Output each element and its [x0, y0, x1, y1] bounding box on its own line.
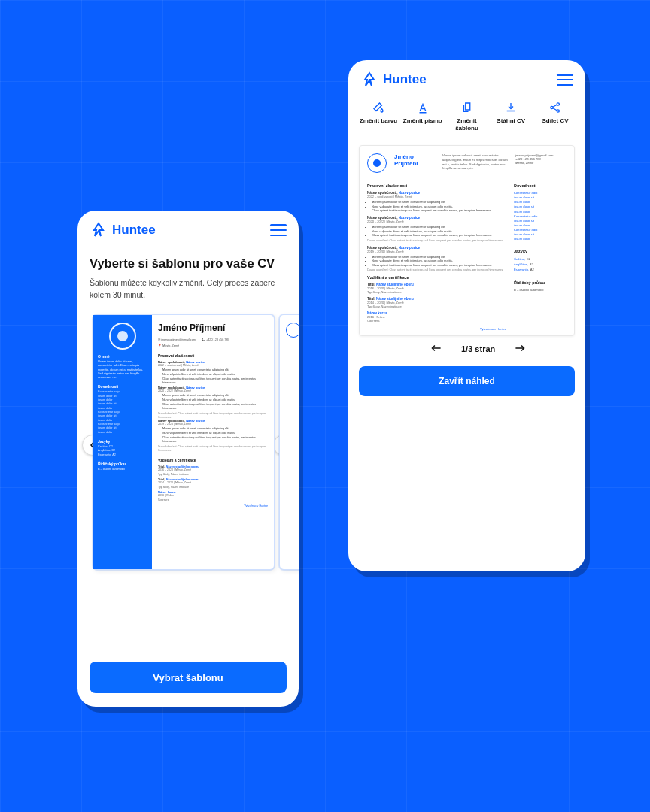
- phone-template-select: Huntee Vyberte si šablonu pro vaše CV Ša…: [77, 211, 299, 707]
- cv-signature: Vytvořeno v Huntee: [158, 504, 268, 508]
- skills-heading: Dovednosti: [98, 384, 147, 389]
- toolbar: Změnit barvu Změnit písmo Změnit šablonu…: [348, 96, 585, 139]
- phone-preview: Huntee Změnit barvu Změnit písmo Změnit …: [348, 60, 585, 571]
- pager-label: 1/3 stran: [461, 344, 495, 353]
- brand-text: Huntee: [383, 72, 427, 87]
- svg-point-0: [551, 106, 553, 108]
- work-heading: Pracovní zkušenosti: [158, 353, 268, 358]
- brand: Huntee: [360, 71, 427, 89]
- cv-location: 📍 Město, Země: [158, 344, 268, 347]
- work-list: Název společnosti, Název pozice2022 – so…: [158, 360, 268, 452]
- template-carousel: Jméno Příjmení O mně Vorem ipsum dolor s…: [77, 314, 299, 577]
- svg-point-1: [557, 103, 559, 105]
- cv-summary: Vorem ipsum dolor sit amet, consectetur …: [442, 153, 508, 173]
- skills-heading: Dovednosti: [514, 183, 566, 188]
- download-button[interactable]: Stáhni CV: [491, 101, 530, 132]
- languages-heading: Jazyky: [514, 249, 566, 253]
- change-color-button[interactable]: Změnit barvu: [359, 101, 398, 132]
- cv-signature: Vytvořeno v Huntee: [367, 327, 506, 331]
- brand: Huntee: [90, 221, 156, 239]
- edu-list: Titul, Název studijního oboru2016 – 2020…: [158, 465, 268, 489]
- avatar-icon: [109, 323, 136, 350]
- hamburger-menu-icon[interactable]: [270, 224, 287, 236]
- logo-icon: [360, 71, 378, 89]
- page-title: Vyberte si šablonu pro vaše CV: [90, 256, 287, 271]
- change-template-button[interactable]: Změnit šablonu: [448, 101, 487, 132]
- change-font-button[interactable]: Změnit písmo: [403, 101, 442, 132]
- template-card[interactable]: O mně Vorem ipsum dolor sit amet, consec…: [93, 314, 275, 570]
- avatar-icon: [367, 153, 387, 173]
- select-template-button[interactable]: Vybrat šablonu: [90, 662, 287, 693]
- cv-contact: ✉ jmeno.prijmeni@gmail.com 📞 +420 123 45…: [158, 338, 268, 341]
- pager-prev[interactable]: [431, 344, 442, 354]
- hamburger-menu-icon[interactable]: [557, 74, 573, 86]
- licence-text: B – osobní automobil: [98, 468, 147, 471]
- cv-contact: jmena.prijmeni@gmail.com +420 123 456 78…: [515, 153, 566, 173]
- pager-next[interactable]: [515, 344, 525, 354]
- about-text: Vorem ipsum dolor sit amet, consectetur …: [98, 360, 147, 380]
- brand-text: Huntee: [112, 223, 156, 238]
- logo-icon: [90, 221, 108, 239]
- edu-list: Titul, Název studijního oboru2016 – 2020…: [367, 283, 506, 308]
- cv-name: Jméno Příjmení: [158, 323, 268, 333]
- languages-heading: Jazyky: [98, 439, 147, 444]
- template-card-peek[interactable]: Jméno Příjmení: [279, 314, 299, 570]
- licence-text: B – osobní automobil: [514, 288, 566, 292]
- pager: 1/3 stran: [348, 336, 585, 354]
- cv-preview-document: Jméno Příjmení Vorem ipsum dolor sit ame…: [359, 145, 575, 336]
- page-subtitle: Šablonu můžete kdykoliv změnit. Celý pro…: [90, 277, 287, 300]
- edu-heading: Vzdělání a certifikace: [367, 275, 506, 280]
- cv-name-first: Jméno: [394, 153, 435, 160]
- cv-name-last: Příjmení: [394, 160, 435, 167]
- languages-list: Čeština, C2Angličtina, B2Esperanto, A2: [98, 445, 147, 457]
- skills-list: Konsectetur adipipsum dolor sitipsum dol…: [514, 191, 566, 241]
- share-button[interactable]: Sdílet CV: [536, 101, 575, 132]
- topbar: Huntee: [77, 211, 299, 247]
- languages-list: Čeština, C2Angličtina, B2Esperanto, A2: [514, 256, 566, 272]
- licence-heading: Řidičský průkaz: [98, 462, 147, 466]
- work-list: Název společnosti, Název pozice2022 – so…: [367, 191, 506, 272]
- about-heading: O mně: [98, 354, 147, 359]
- topbar: Huntee: [348, 60, 585, 96]
- svg-point-2: [557, 110, 559, 112]
- licence-heading: Řidičský průkaz: [514, 280, 566, 285]
- close-preview-button[interactable]: Zavřít náhled: [359, 366, 575, 396]
- skills-list: Konsectetur adipipsum dolor sitipsum dol…: [98, 390, 147, 434]
- work-heading: Pracovní zkušenosti: [367, 183, 506, 188]
- edu-heading: Vzdělání a certifikace: [158, 458, 268, 462]
